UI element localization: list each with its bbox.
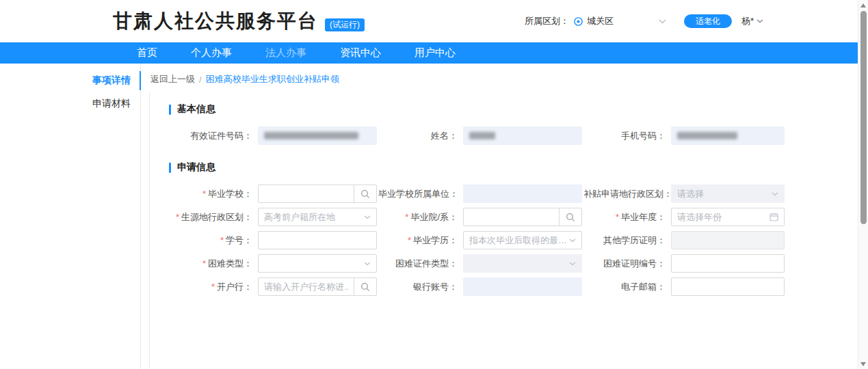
other-education-cert-input	[671, 231, 785, 249]
search-icon	[360, 282, 370, 292]
form-panel: 基本信息 有效证件号码： 姓名： 手机号码：	[149, 92, 858, 369]
field-other-education-cert: 其他学历证明：	[583, 231, 789, 249]
student-id-input[interactable]	[258, 231, 377, 249]
search-icon	[566, 213, 575, 222]
page-body: 事项详情 申请材料 返回上一级 / 困难高校毕业生求职创业补贴申领 基本信息 有…	[0, 64, 858, 369]
valid-id-number-readonly	[258, 126, 377, 145]
section-bar-icon	[169, 163, 171, 173]
graduation-year-datepicker[interactable]: 请选择年份	[671, 208, 785, 226]
breadcrumb: 返回上一级 / 困难高校毕业生求职创业补贴申领	[149, 72, 858, 92]
scrollbar-down-button[interactable]	[858, 359, 868, 369]
user-name: 杨*	[741, 15, 754, 27]
field-student-id: *学号：	[169, 231, 378, 249]
subsidy-region-select: 请选择	[671, 184, 785, 203]
chevron-down-icon	[364, 215, 371, 219]
difficulty-type-select[interactable]	[258, 254, 377, 273]
chevron-down-icon	[364, 262, 371, 266]
school-affiliation-readonly	[463, 184, 582, 203]
nav-item-personal-services[interactable]: 个人办事	[191, 46, 232, 59]
field-mobile-number: 手机号码：	[583, 126, 789, 145]
nav-item-home[interactable]: 首页	[137, 46, 157, 59]
breadcrumb-separator: /	[199, 74, 202, 85]
required-mark: *	[616, 212, 619, 222]
field-education-level: *毕业学历： 指本次毕业后取得的最新学...	[378, 231, 583, 249]
sidebar-item-detail[interactable]: 事项详情	[0, 70, 140, 91]
field-graduation-school: *毕业学校：	[169, 184, 378, 203]
field-school-affiliation: 毕业学校所属单位：	[378, 184, 583, 203]
scrollbar[interactable]	[858, 0, 868, 369]
scrollbar-thumb[interactable]	[860, 11, 867, 224]
field-origin-region: *生源地行政区划： 高考前户籍所在地	[169, 208, 378, 226]
bank-account-readonly	[463, 277, 582, 296]
field-subsidy-region: 补贴申请地行政区划： 请选择	[583, 184, 789, 203]
main-nav: 首页 个人办事 法人办事 资讯中心 用户中心	[0, 42, 858, 64]
section-bar-icon	[169, 105, 171, 115]
arrow-up-icon	[860, 3, 866, 8]
field-email: 电子邮箱：	[583, 277, 789, 296]
elder-mode-button[interactable]: 适老化	[684, 14, 732, 28]
basic-info-grid: 有效证件号码： 姓名： 手机号码：	[169, 126, 858, 145]
search-icon	[360, 189, 370, 199]
breadcrumb-current-link[interactable]: 困难高校毕业生求职创业补贴申领	[206, 73, 339, 85]
section-title-basic-info: 基本信息	[169, 103, 858, 115]
nav-item-user-center[interactable]: 用户中心	[415, 46, 456, 59]
field-bank-branch: *开户行： 请输入开户行名称进...	[169, 277, 378, 296]
apply-info-grid: *毕业学校： 毕业学校所属单位： 补贴申请地行政区划： 请选择	[169, 184, 858, 296]
difficulty-cert-number-input[interactable]	[671, 254, 785, 273]
header-right: 所属区划： 城关区 适老化 杨*	[525, 14, 763, 28]
chevron-down-icon[interactable]	[659, 19, 666, 24]
chevron-down-icon	[757, 19, 763, 23]
redacted-value	[264, 132, 358, 139]
required-mark: *	[211, 282, 215, 292]
field-graduation-department: *毕业院/系：	[378, 208, 583, 226]
breadcrumb-back-link[interactable]: 返回上一级	[150, 73, 195, 85]
field-difficulty-type: *困难类型：	[169, 254, 378, 273]
search-button[interactable]	[354, 184, 377, 203]
required-mark: *	[202, 258, 206, 269]
sidebar-item-materials[interactable]: 申请材料	[0, 94, 140, 114]
nav-item-news-center[interactable]: 资讯中心	[340, 46, 381, 59]
field-difficulty-cert-number: 困难证明编号：	[583, 254, 789, 273]
email-input[interactable]	[671, 277, 785, 296]
content-area: 返回上一级 / 困难高校毕业生求职创业补贴申领 基本信息 有效证件号码： 姓名：	[141, 64, 858, 369]
field-bank-account: 银行账号：	[378, 277, 583, 296]
app-window: 甘肃人社公共服务平台 (试运行) 所属区划： 城关区 适老化 杨* 首页 个人办…	[0, 0, 858, 369]
region-label: 所属区划：	[525, 15, 569, 27]
bank-branch-input[interactable]: 请输入开户行名称进...	[258, 277, 354, 296]
calendar-icon	[770, 213, 778, 221]
scrollbar-up-button[interactable]	[858, 0, 868, 10]
required-mark: *	[220, 235, 224, 245]
redacted-value	[469, 132, 495, 139]
chevron-down-icon	[569, 238, 576, 243]
required-mark: *	[405, 212, 408, 222]
search-button[interactable]	[559, 208, 582, 226]
site-title: 甘肃人社公共服务平台	[113, 8, 318, 34]
location-pin-icon	[573, 16, 583, 27]
mobile-number-readonly	[671, 126, 785, 145]
required-mark: *	[408, 235, 411, 245]
graduation-school-input[interactable]	[258, 184, 354, 203]
section-title-apply-info: 申请信息	[169, 161, 858, 174]
field-graduation-year: *毕业年度： 请选择年份	[583, 208, 789, 226]
top-header: 甘肃人社公共服务平台 (试运行) 所属区划： 城关区 适老化 杨*	[0, 0, 858, 42]
user-menu[interactable]: 杨*	[741, 15, 763, 27]
field-difficulty-cert-type: 困难证件类型：	[378, 254, 583, 273]
origin-region-select[interactable]: 高考前户籍所在地	[258, 208, 377, 226]
chevron-down-icon	[772, 192, 778, 196]
education-level-select[interactable]: 指本次毕业后取得的最新学...	[463, 231, 582, 249]
required-mark: *	[176, 212, 179, 222]
region-select-value[interactable]: 城关区	[587, 15, 614, 27]
difficulty-cert-type-select	[463, 254, 582, 273]
nav-item-corporate-services[interactable]: 法人办事	[265, 46, 306, 59]
field-name: 姓名：	[378, 126, 583, 145]
graduation-department-input[interactable]	[463, 208, 560, 226]
required-mark: *	[202, 189, 206, 199]
search-button[interactable]	[354, 277, 377, 296]
trial-badge: (试运行)	[325, 18, 365, 31]
redacted-value	[677, 132, 737, 139]
chevron-down-icon	[569, 262, 576, 266]
field-valid-id-number: 有效证件号码：	[169, 126, 378, 145]
arrow-down-icon	[860, 362, 866, 366]
sidebar: 事项详情 申请材料	[0, 64, 141, 369]
name-readonly	[463, 126, 582, 145]
